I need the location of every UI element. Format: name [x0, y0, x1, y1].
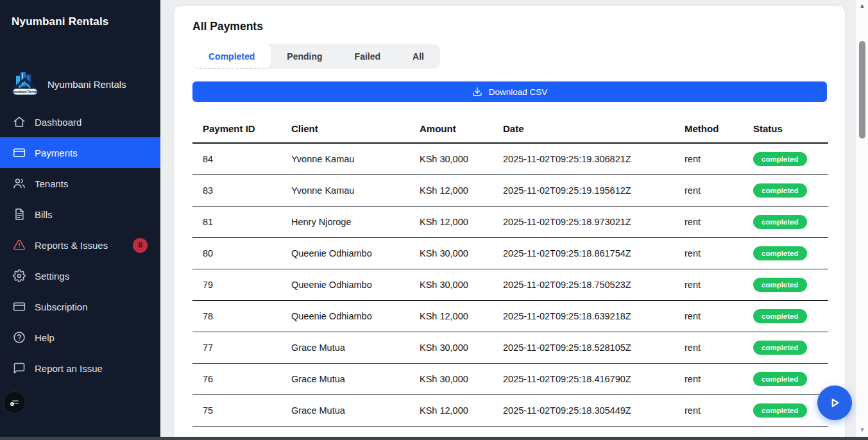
users-icon [13, 177, 26, 190]
payment-id-cell: 83 [192, 174, 291, 206]
date-cell: 2025-11-02T09:25:18.528105Z [503, 332, 685, 363]
status-badge: completed [753, 341, 807, 355]
issues-count-badge: 8 [133, 238, 148, 253]
column-header-client: Client [291, 115, 420, 143]
client-cell: Grace Mutua [291, 363, 420, 394]
status-badge: completed [753, 183, 807, 198]
client-cell: Grace Mutua [291, 332, 420, 363]
status-badge: completed [753, 278, 807, 292]
method-cell: rent [685, 394, 753, 426]
gear-icon [13, 269, 26, 282]
payment-id-cell: 80 [192, 237, 291, 269]
sidebar-item-label: Reports & Issues [35, 240, 108, 251]
status-badge: completed [753, 309, 807, 323]
sidebar-item-label: Settings [35, 271, 69, 282]
payments-page: All Payments Completed Pending Failed Al… [173, 5, 846, 440]
download-icon [472, 87, 482, 97]
vertical-scrollbar[interactable]: ▲ ▼ [855, 0, 868, 437]
method-cell: rent [685, 206, 753, 237]
payment-id-cell: 76 [192, 363, 291, 394]
client-cell: Yvonne Kamau [291, 143, 420, 174]
sidebar-item-label: Tenants [35, 178, 69, 189]
sidebar-item-dashboard[interactable]: Dashboard [0, 106, 160, 137]
status-badge: completed [753, 246, 807, 260]
column-header-status: Status [753, 115, 828, 143]
method-cell: rent [685, 237, 753, 269]
table-row: 75 Grace Mutua KSh 12,000 2025-11-02T09:… [192, 394, 828, 426]
column-header-method: Method [685, 115, 753, 143]
payment-id-cell: 75 [192, 394, 291, 426]
method-cell: rent [685, 332, 753, 363]
amount-cell: KSh 12,000 [420, 394, 503, 426]
collapse-menu-icon [9, 397, 21, 409]
table-row: 79 Queenie Odhiambo KSh 30,000 2025-11-0… [192, 269, 828, 300]
download-csv-label: Download CSV [489, 87, 548, 97]
status-badge: completed [753, 403, 807, 418]
credit-card-icon [13, 146, 26, 159]
horizontal-scrollbar[interactable] [0, 437, 868, 440]
date-cell: 2025-11-02T09:25:19.306821Z [503, 143, 685, 174]
sidebar-collapse-button[interactable] [3, 391, 26, 414]
sidebar-item-help[interactable]: Help [0, 322, 160, 353]
client-cell: Queenie Odhiambo [291, 300, 420, 332]
table-row: 81 Henry Njoroge KSh 12,000 2025-11-02T0… [192, 206, 828, 237]
page-title: All Payments [192, 20, 827, 33]
method-cell: rent [685, 363, 753, 394]
sidebar-item-bills[interactable]: Bills [0, 199, 160, 230]
table-row: 78 Queenie Odhiambo KSh 12,000 2025-11-0… [192, 300, 828, 332]
column-header-amount: Amount [420, 115, 503, 143]
column-header-payment-id: Payment ID [192, 115, 291, 143]
sidebar-item-label: Report an Issue [35, 363, 103, 374]
home-icon [13, 115, 26, 128]
tab-pending[interactable]: Pending [271, 44, 338, 69]
sidebar-item-settings[interactable]: Settings [0, 260, 160, 291]
sidebar-item-subscription[interactable]: Subscription [0, 291, 160, 322]
payment-id-cell: 78 [192, 300, 291, 332]
method-cell: rent [685, 174, 753, 206]
method-cell: rent [685, 143, 753, 174]
amount-cell: KSh 30,000 [420, 363, 503, 394]
tab-completed[interactable]: Completed [192, 44, 271, 69]
credit-card-icon [13, 300, 26, 313]
status-badge: completed [753, 215, 807, 229]
sidebar-item-label: Payments [35, 148, 78, 158]
play-icon [826, 394, 843, 411]
date-cell: 2025-11-02T09:25:18.861754Z [503, 237, 685, 269]
client-cell: Queenie Odhiambo [291, 269, 420, 300]
status-badge: completed [753, 372, 807, 386]
date-cell: 2025-11-02T09:25:19.195612Z [503, 174, 685, 206]
payment-id-cell: 77 [192, 332, 291, 363]
tab-all[interactable]: All [396, 44, 440, 69]
sidebar-item-tenants[interactable]: Tenants [0, 168, 160, 199]
amount-cell: KSh 30,000 [420, 237, 503, 269]
sidebar-item-report-issue[interactable]: Report an Issue [0, 353, 160, 384]
logo-caption-text: Nyumbani Rentals [12, 90, 38, 94]
sidebar-item-reports-issues[interactable]: Reports & Issues 8 [0, 230, 160, 260]
client-cell: Grace Mutua [291, 394, 420, 426]
chat-fab-button[interactable] [817, 385, 852, 420]
amount-cell: KSh 30,000 [420, 143, 503, 174]
sidebar-item-payments[interactable]: Payments [0, 137, 160, 168]
download-csv-button[interactable]: Download CSV [192, 81, 827, 102]
scroll-up-arrow-icon[interactable]: ▲ [856, 3, 868, 9]
vertical-scrollbar-thumb[interactable] [859, 41, 865, 139]
payment-id-cell: 81 [192, 206, 291, 237]
date-cell: 2025-11-02T09:25:18.973021Z [503, 206, 685, 237]
help-circle-icon [13, 331, 26, 344]
table-row: 83 Yvonne Kamau KSh 12,000 2025-11-02T09… [192, 174, 828, 206]
payments-table: Payment ID Client Amount Date Method Sta… [192, 115, 828, 427]
status-badge: completed [753, 152, 807, 166]
table-row: 77 Grace Mutua KSh 30,000 2025-11-02T09:… [192, 332, 828, 363]
scroll-down-arrow-icon[interactable]: ▼ [856, 427, 868, 433]
brand: Nyumbani Rentals Nyumbani Rentals [0, 69, 160, 99]
column-header-date: Date [503, 115, 685, 143]
date-cell: 2025-11-02T09:25:18.639218Z [503, 300, 685, 332]
amount-cell: KSh 12,000 [420, 300, 503, 332]
sidebar: Nyumbani Rentals Nyumbani Rentals Nyumba… [0, 0, 160, 440]
table-row: 84 Yvonne Kamau KSh 30,000 2025-11-02T09… [192, 143, 828, 174]
sidebar-item-label: Subscription [35, 301, 88, 312]
payment-id-cell: 84 [192, 143, 291, 174]
date-cell: 2025-11-02T09:25:18.416790Z [503, 363, 685, 394]
client-cell: Yvonne Kamau [291, 174, 420, 206]
tab-failed[interactable]: Failed [339, 44, 396, 69]
